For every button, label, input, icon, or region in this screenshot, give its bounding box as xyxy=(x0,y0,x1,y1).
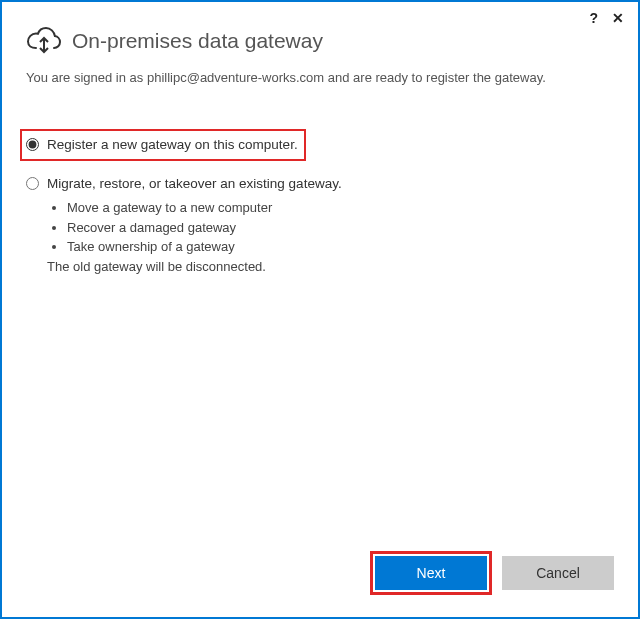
cancel-button[interactable]: Cancel xyxy=(502,556,614,590)
next-button[interactable]: Next xyxy=(375,556,487,590)
gateway-dialog: ? ✕ On-premises data gateway You are sig… xyxy=(0,0,640,619)
dialog-footer: Next Cancel xyxy=(26,551,614,597)
help-icon[interactable]: ? xyxy=(589,10,598,26)
radio-migrate[interactable] xyxy=(26,177,39,190)
dialog-header: On-premises data gateway xyxy=(26,26,614,56)
signed-in-email: phillipc@adventure-works.com xyxy=(147,70,324,85)
option-migrate-body: Migrate, restore, or takeover an existin… xyxy=(47,175,342,273)
dialog-title: On-premises data gateway xyxy=(72,29,323,53)
next-button-highlight: Next xyxy=(370,551,492,595)
migrate-note: The old gateway will be disconnected. xyxy=(47,259,342,274)
options-group: Register a new gateway on this computer.… xyxy=(26,129,614,288)
titlebar-controls: ? ✕ xyxy=(589,10,624,26)
option-register-label: Register a new gateway on this computer. xyxy=(47,136,298,155)
signed-in-text: You are signed in as phillipc@adventure-… xyxy=(26,70,614,85)
cloud-upload-icon xyxy=(26,26,62,56)
option-migrate-label: Migrate, restore, or takeover an existin… xyxy=(47,176,342,191)
migrate-bullets: Move a gateway to a new computer Recover… xyxy=(47,198,342,257)
close-icon[interactable]: ✕ xyxy=(612,10,624,26)
radio-register[interactable] xyxy=(26,138,39,151)
signed-in-prefix: You are signed in as xyxy=(26,70,147,85)
signed-in-suffix: and are ready to register the gateway. xyxy=(324,70,546,85)
migrate-bullet: Recover a damaged gateway xyxy=(67,218,342,238)
option-register[interactable]: Register a new gateway on this computer. xyxy=(20,129,306,162)
option-migrate[interactable]: Migrate, restore, or takeover an existin… xyxy=(26,175,614,273)
migrate-bullet: Move a gateway to a new computer xyxy=(67,198,342,218)
migrate-bullet: Take ownership of a gateway xyxy=(67,237,342,257)
